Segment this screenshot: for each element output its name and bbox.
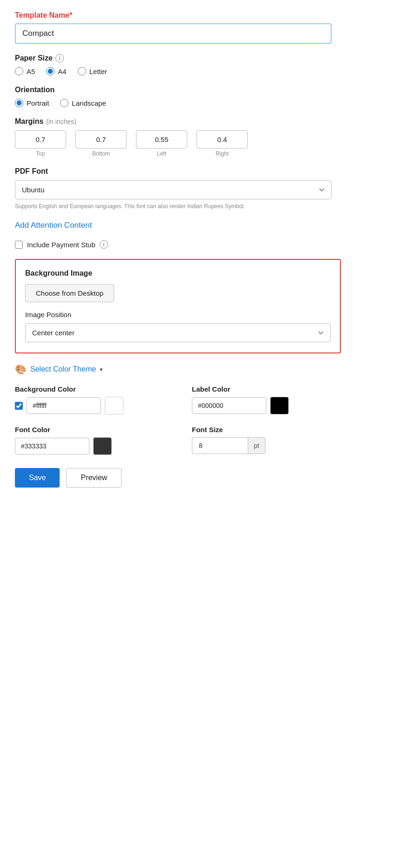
color-theme-chevron-icon[interactable]: ▾: [100, 366, 103, 373]
paper-size-info-icon: i: [55, 54, 64, 62]
orientation-label: Orientation: [15, 86, 379, 94]
background-color-swatch[interactable]: [105, 397, 123, 414]
orientation-landscape-radio[interactable]: [60, 99, 68, 107]
color-theme-row: 🎨 Select Color Theme ▾: [15, 364, 379, 375]
label-color-swatch[interactable]: [270, 397, 289, 414]
font-color-swatch[interactable]: [93, 437, 112, 455]
label-color-label: Label Color: [192, 385, 350, 393]
paper-size-a5[interactable]: A5: [15, 67, 35, 75]
color-theme-emoji: 🎨: [15, 364, 27, 375]
margin-left-input[interactable]: [136, 130, 187, 149]
include-payment-stub-checkbox[interactable]: [15, 241, 23, 249]
include-payment-stub-row: Include Payment Stub i: [15, 240, 379, 249]
label-color-input-row: [192, 397, 350, 414]
color-grid: Background Color Label Color Font Color …: [15, 385, 350, 455]
margins-row: Top Bottom Left Right: [15, 130, 379, 157]
choose-from-desktop-button[interactable]: Choose from Desktop: [25, 284, 114, 302]
label-color-input[interactable]: [192, 397, 266, 414]
paper-size-a5-label: A5: [27, 68, 35, 75]
label-color-group: Label Color: [192, 385, 350, 414]
paper-size-label: Paper Size i: [15, 54, 379, 62]
background-image-section: Background Image Choose from Desktop Ima…: [15, 259, 341, 353]
background-color-label: Background Color: [15, 385, 173, 393]
paper-size-a4[interactable]: A4: [46, 67, 66, 75]
image-position-label: Image Position: [25, 311, 331, 319]
margin-left-field: Left: [136, 130, 187, 157]
select-color-theme-link[interactable]: Select Color Theme: [30, 365, 96, 373]
paper-size-letter[interactable]: Letter: [78, 67, 107, 75]
margin-bottom-label: Bottom: [92, 150, 110, 157]
font-size-label: Font Size: [192, 426, 350, 434]
paper-size-a4-radio[interactable]: [46, 67, 54, 75]
font-size-input-row: pt: [192, 437, 350, 454]
orientation-landscape[interactable]: Landscape: [60, 99, 106, 107]
preview-button[interactable]: Preview: [66, 468, 122, 488]
background-color-input[interactable]: [27, 397, 101, 414]
paper-size-letter-label: Letter: [89, 68, 107, 75]
font-color-group: Font Color: [15, 426, 173, 455]
margin-top-input[interactable]: [15, 130, 66, 149]
orientation-portrait-radio[interactable]: [15, 99, 23, 107]
template-name-label: Template Name*: [15, 11, 379, 20]
payment-stub-info-icon: i: [100, 240, 108, 249]
font-size-unit: pt: [248, 437, 265, 454]
background-color-input-row: [15, 397, 173, 414]
paper-size-a5-radio[interactable]: [15, 67, 23, 75]
margin-right-input[interactable]: [197, 130, 248, 149]
paper-size-radio-group: A5 A4 Letter: [15, 67, 379, 75]
background-color-group: Background Color: [15, 385, 173, 414]
margin-bottom-input[interactable]: [75, 130, 127, 149]
save-button[interactable]: Save: [15, 468, 60, 488]
font-color-label: Font Color: [15, 426, 173, 434]
add-attention-content-link[interactable]: Add Attention Content: [15, 221, 92, 230]
paper-size-a4-label: A4: [58, 68, 66, 75]
orientation-portrait-label: Portrait: [27, 99, 49, 107]
paper-size-letter-radio[interactable]: [78, 67, 86, 75]
pdf-font-select[interactable]: Ubuntu Arial Times New Roman Helvetica: [15, 180, 332, 199]
template-name-input[interactable]: [15, 23, 332, 44]
footer-buttons: Save Preview: [15, 468, 379, 488]
margin-bottom-field: Bottom: [75, 130, 127, 157]
image-position-select[interactable]: Center center Top left Top center Top ri…: [25, 323, 331, 342]
background-color-checkbox[interactable]: [15, 402, 23, 410]
margins-label: Margins (in inches): [15, 117, 379, 126]
margin-top-field: Top: [15, 130, 66, 157]
margin-right-label: Right: [216, 150, 229, 157]
margin-left-label: Left: [157, 150, 166, 157]
font-size-input[interactable]: [192, 437, 248, 454]
margin-top-label: Top: [36, 150, 45, 157]
background-image-title: Background Image: [25, 269, 331, 278]
font-size-group: Font Size pt: [192, 426, 350, 455]
margins-sublabel: (in inches): [46, 118, 76, 125]
orientation-landscape-label: Landscape: [72, 99, 106, 107]
font-color-input[interactable]: [15, 438, 89, 454]
pdf-font-label: PDF Font: [15, 167, 379, 176]
orientation-radio-group: Portrait Landscape: [15, 99, 379, 107]
font-color-input-row: [15, 437, 173, 455]
pdf-font-hint: Supports English and European languages.…: [15, 202, 332, 210]
margin-right-field: Right: [197, 130, 248, 157]
orientation-portrait[interactable]: Portrait: [15, 99, 49, 107]
include-payment-stub-label[interactable]: Include Payment Stub: [27, 241, 95, 249]
